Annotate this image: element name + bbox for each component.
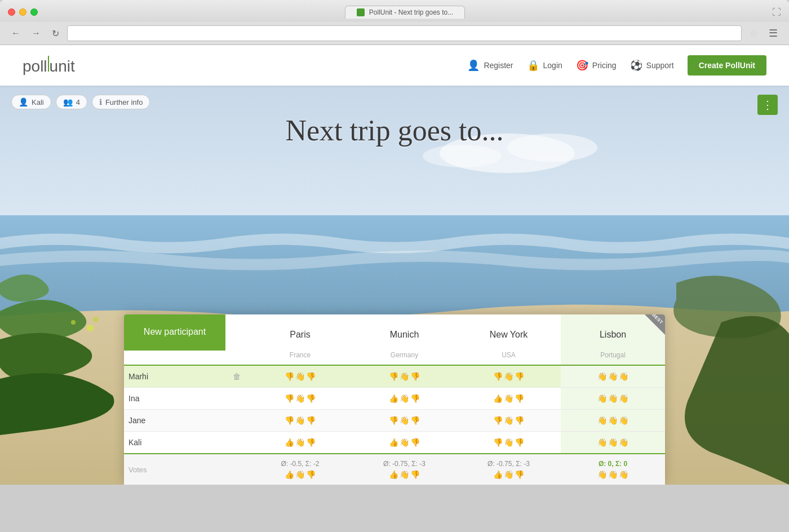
thumb-neutral-icon-3[interactable]: 👋	[619, 416, 628, 425]
thumb-neutral-icon-2[interactable]: 👋	[608, 372, 618, 381]
delete-button[interactable]: 🗑	[225, 365, 248, 388]
thumb-neutral-icon-2[interactable]: 👋	[608, 470, 618, 479]
thumb-neutral-icon[interactable]: 👋	[504, 394, 513, 403]
thumb-neutral-icon-3[interactable]: 👋	[619, 438, 628, 447]
thumb-down-icon-2[interactable]: 👎	[306, 372, 316, 381]
support-label: Support	[646, 61, 674, 70]
votes-stats-lisbon: Ø: 0, Σ: 0 👋 👋 👋	[561, 454, 665, 485]
vote-icons: 👍 👋 👎	[252, 438, 348, 447]
pricing-icon: 🎯	[576, 59, 588, 72]
lock-icon: 🔒	[527, 59, 539, 72]
thumb-down-icon[interactable]: 👎	[389, 372, 398, 381]
thumb-neutral-icon[interactable]: 👋	[597, 470, 607, 479]
thumb-up-icon[interactable]: 👍	[389, 438, 398, 447]
browser-chrome: PollUnit - Next trip goes to... ⛶ ← → ↻ …	[0, 0, 789, 45]
thumb-neutral-icon-2[interactable]: 👋	[608, 438, 618, 447]
thumb-neutral-icon[interactable]: 👋	[295, 438, 305, 447]
thumb-down-icon[interactable]: 👎	[285, 416, 294, 425]
votes-stats-paris: Ø: -0.5, Σ: -2 👍 👋 👎	[248, 454, 352, 485]
thumb-neutral-icon-3[interactable]: 👋	[619, 394, 628, 403]
thumb-down-icon[interactable]: 👎	[285, 372, 294, 381]
bookmark-icon[interactable]: ☆	[746, 27, 761, 40]
create-pollunit-button[interactable]: Create PollUnit	[688, 55, 766, 76]
thumb-up-icon[interactable]: 👍	[389, 394, 398, 403]
thumb-neutral-icon[interactable]: 👋	[400, 416, 409, 425]
back-button[interactable]: ←	[8, 27, 24, 39]
menu-icon[interactable]: ☰	[765, 26, 781, 41]
thumb-down-icon[interactable]: 👎	[285, 394, 294, 403]
thumb-down-icon-2[interactable]: 👎	[410, 416, 420, 425]
thumb-neutral-icon[interactable]: 👋	[400, 438, 409, 447]
browser-tab[interactable]: PollUnit - Next trip goes to...	[345, 6, 465, 19]
thumb-up-icon[interactable]: 👍	[493, 470, 503, 479]
thumb-up-icon[interactable]: 👍	[285, 470, 294, 479]
thumb-neutral-icon[interactable]: 👋	[504, 416, 513, 425]
thumb-down-icon[interactable]: 👎	[410, 438, 420, 447]
thumb-neutral-icon[interactable]: 👋	[295, 470, 305, 479]
forward-button[interactable]: →	[28, 27, 44, 39]
thumb-down-icon[interactable]: 👎	[515, 470, 524, 479]
thumb-down-icon[interactable]: 👎	[493, 438, 503, 447]
thumb-neutral-icon[interactable]: 👋	[400, 470, 409, 479]
vote-cell: 👎 👋 👎	[352, 365, 456, 388]
thumb-down-icon-2[interactable]: 👎	[410, 372, 420, 381]
participant-name: Ina	[128, 394, 139, 403]
thumb-up-icon[interactable]: 👍	[285, 438, 294, 447]
info-icon: ℹ	[99, 97, 102, 107]
munich-country-label: Germany	[391, 351, 418, 359]
thumb-neutral-icon[interactable]: 👋	[504, 438, 513, 447]
thumb-down-icon-2[interactable]: 👎	[515, 372, 524, 381]
thumb-down-icon[interactable]: 👎	[306, 438, 316, 447]
thumb-neutral-icon[interactable]: 👋	[295, 394, 305, 403]
thumb-neutral-icon[interactable]: 👋	[504, 372, 513, 381]
further-info-badge[interactable]: ℹ Further info	[92, 95, 150, 109]
thumb-neutral-icon[interactable]: 👋	[295, 372, 305, 381]
thumb-neutral-icon[interactable]: 👋	[295, 416, 305, 425]
thumb-down-icon-2[interactable]: 👎	[515, 438, 524, 447]
thumb-down-icon-2[interactable]: 👎	[306, 394, 316, 403]
thumb-neutral-icon-3[interactable]: 👋	[619, 372, 628, 381]
logo-separator	[48, 56, 49, 72]
thumb-up-icon[interactable]: 👍	[389, 470, 398, 479]
thumb-down-icon-2[interactable]: 👎	[515, 416, 524, 425]
thumb-down-icon[interactable]: 👎	[410, 394, 420, 403]
more-options-button[interactable]: ⋮	[757, 95, 778, 115]
reload-button[interactable]: ↻	[48, 27, 63, 40]
thumb-down-icon[interactable]: 👎	[515, 394, 524, 403]
thumb-neutral-icon[interactable]: 👋	[597, 438, 607, 447]
minimize-button[interactable]	[19, 8, 26, 16]
thumb-neutral-icon[interactable]: 👋	[597, 416, 607, 425]
vote-cell: 👎 👋 👎	[248, 365, 352, 388]
register-link[interactable]: 👤 Register	[467, 59, 513, 72]
new-participant-button[interactable]: New participant	[124, 314, 225, 349]
close-button[interactable]	[8, 8, 15, 16]
thumb-neutral-icon[interactable]: 👋	[400, 394, 409, 403]
pricing-link[interactable]: 🎯 Pricing	[576, 59, 617, 72]
fullscreen-icon[interactable]: ⛶	[772, 7, 781, 17]
maximize-button[interactable]	[30, 8, 38, 16]
vote-cell: 👎 👋 👎	[248, 388, 352, 410]
thumb-neutral-icon[interactable]: 👋	[400, 372, 409, 381]
thumb-down-icon[interactable]: 👎	[410, 470, 420, 479]
thumb-neutral-icon-2[interactable]: 👋	[608, 394, 618, 403]
thumb-neutral-icon[interactable]: 👋	[597, 394, 607, 403]
support-link[interactable]: ⚽ Support	[630, 59, 674, 72]
thumb-up-icon[interactable]: 👍	[493, 394, 503, 403]
address-bar[interactable]	[67, 25, 742, 41]
thumb-neutral-icon[interactable]: 👋	[597, 372, 607, 381]
thumb-down-icon[interactable]: 👎	[306, 470, 316, 479]
thumb-neutral-icon-2[interactable]: 👋	[608, 416, 618, 425]
vote-icons: 👍 👋 👎	[357, 438, 452, 447]
thumb-neutral-icon-3[interactable]: 👋	[619, 470, 628, 479]
vote-icons: 👋 👋 👋	[565, 416, 661, 425]
participants-badge[interactable]: 👥 4	[56, 95, 87, 109]
thumb-neutral-icon[interactable]: 👋	[504, 470, 513, 479]
thumb-down-icon[interactable]: 👎	[493, 372, 503, 381]
participant-name-cell: Jane	[124, 410, 225, 432]
thumb-down-icon-2[interactable]: 👎	[306, 416, 316, 425]
thumb-down-icon[interactable]: 👎	[493, 416, 503, 425]
thumb-down-icon[interactable]: 👎	[389, 416, 398, 425]
user-badge[interactable]: 👤 Kali	[11, 95, 51, 109]
login-link[interactable]: 🔒 Login	[527, 59, 562, 72]
action-col-subheader	[225, 350, 248, 365]
